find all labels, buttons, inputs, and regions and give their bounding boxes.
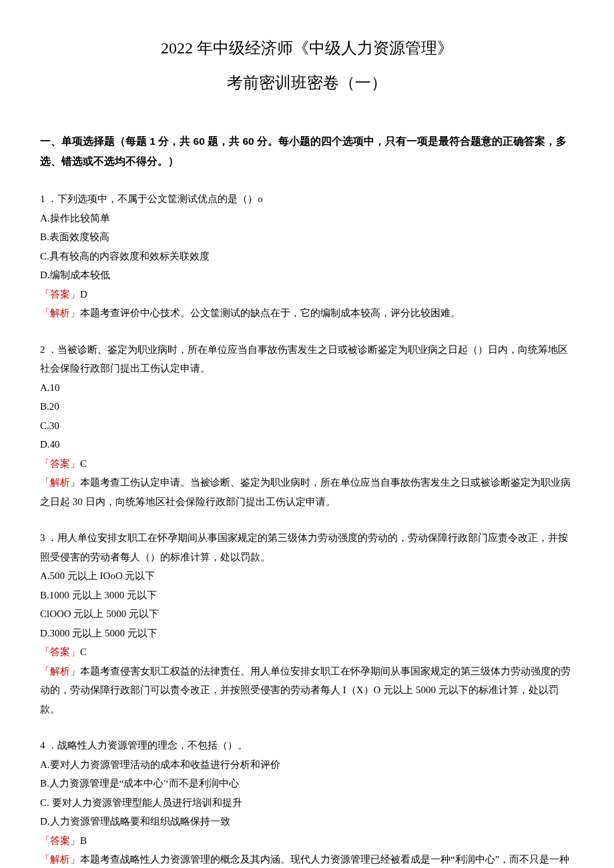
q2-explain: 「解析」本题考查工伤认定申请。当被诊断、鉴定为职业病时，所在单位应当自事故伤害发…: [40, 473, 574, 511]
q4-option-b: B.人力资源管理是“成本中心'‘而不是利润中心: [40, 774, 574, 793]
q4-answer-letter: B: [80, 835, 87, 846]
q4-answer: 「答案」B: [40, 831, 574, 851]
answer-label: 「答案」: [40, 289, 80, 300]
page-title-line1: 2022 年中级经济师《中级人力资源管理》: [40, 33, 574, 64]
answer-label: 「答案」: [40, 458, 80, 469]
q2-stem: 2 ．当被诊断、鉴定为职业病时，所在单位应当自事故伤害发生之日或被诊断鉴定为职业…: [40, 340, 574, 378]
q2-option-d: D.40: [40, 435, 574, 454]
q2-explain-text: 本题考查工伤认定申请。当被诊断、鉴定为职业病时，所在单位应当自事故伤害发生之日或…: [40, 477, 571, 507]
question-2: 2 ．当被诊断、鉴定为职业病时，所在单位应当自事故伤害发生之日或被诊断鉴定为职业…: [40, 340, 574, 512]
q2-option-c: C.30: [40, 416, 574, 436]
explain-label: 「解析」: [40, 666, 80, 677]
q1-option-c: C.具有较高的内容效度和效标关联效度: [40, 247, 574, 266]
page-title-line2: 考前密训班密卷（一）: [40, 68, 574, 99]
explain-label: 「解析」: [40, 854, 80, 865]
question-3: 3 ．用人单位安排女职工在怀孕期间从事国家规定的第三级体力劳动强度的劳动的，劳动…: [40, 528, 574, 719]
explain-label: 「解析」: [40, 477, 80, 488]
question-4: 4 ．战略性人力资源管理的理念，不包括（）。 A.要对人力资源管理活动的成本和收…: [40, 736, 574, 868]
q2-option-a: A.10: [40, 378, 574, 398]
q1-option-a: A.操作比较简单: [40, 209, 574, 228]
q3-option-b: B.1000 元以上 3000 元以下: [40, 586, 574, 605]
q3-explain: 「解析」本题考查侵害女职工权益的法律责任。用人单位安排女职工在怀孕期间从事国家规…: [40, 662, 574, 719]
explain-label: 「解析」: [40, 308, 80, 318]
q2-answer: 「答案」C: [40, 454, 574, 474]
q1-stem: 1 ．下列选项中，不属于公文筐测试优点的是（）o: [40, 189, 574, 209]
question-1: 1 ．下列选项中，不属于公文筐测试优点的是（）o A.操作比较简单 B.表面效度…: [40, 189, 574, 323]
q2-option-b: B.20: [40, 397, 574, 416]
q1-explain: 「解析」本题考查评价中心技术。公文筐测试的缺点在于，它的编制成本较高，评分比较困…: [40, 304, 574, 323]
q3-answer: 「答案」C: [40, 642, 574, 662]
section-heading: 一、单项选择题（每题 1 分，共 60 题，共 60 分。每小题的四个选项中，只…: [40, 131, 574, 171]
answer-label: 「答案」: [40, 835, 80, 846]
q3-stem: 3 ．用人单位安排女职工在怀孕期间从事国家规定的第三级体力劳动强度的劳动的，劳动…: [40, 528, 574, 566]
q4-stem: 4 ．战略性人力资源管理的理念，不包括（）。: [40, 736, 574, 755]
q1-answer-letter: D: [80, 289, 87, 300]
q1-option-d: D.编制成本较低: [40, 266, 574, 285]
q1-answer: 「答案」D: [40, 285, 574, 304]
q3-answer-letter: C: [80, 646, 87, 657]
q3-explain-text: 本题考查侵害女职工权益的法律责任。用人单位安排女职工在怀孕期间从事国家规定的第三…: [40, 666, 571, 715]
q1-explain-text: 本题考查评价中心技术。公文筐测试的缺点在于，它的编制成本较高，评分比较困难。: [80, 308, 460, 318]
q3-option-d: D.3000 元以上 5000 元以下: [40, 624, 574, 643]
q3-option-c: ClOOO 元以上 5000 元以下: [40, 604, 574, 624]
q4-option-c: C. 要对人力资源管理型能人员进行培训和提升: [40, 793, 574, 813]
q2-answer-letter: C: [80, 458, 87, 469]
q4-option-d: D.人力资源管理战略要和组织战略保持一致: [40, 812, 574, 831]
q4-explain-text: 本题考查战略性人力资源管理的概念及其内涵。现代人力资源管理已经被看成是一种“利润…: [40, 854, 569, 868]
q4-option-a: A.要对人力资源管理活动的成本和收益进行分析和评价: [40, 755, 574, 775]
q1-option-b: B.表面效度较高: [40, 228, 574, 247]
q4-explain: 「解析」本题考查战略性人力资源管理的概念及其内涵。现代人力资源管理已经被看成是一…: [40, 850, 574, 868]
answer-label: 「答案」: [40, 646, 80, 657]
q3-option-a: A.500 元以上 IOoO 元以下: [40, 566, 574, 586]
